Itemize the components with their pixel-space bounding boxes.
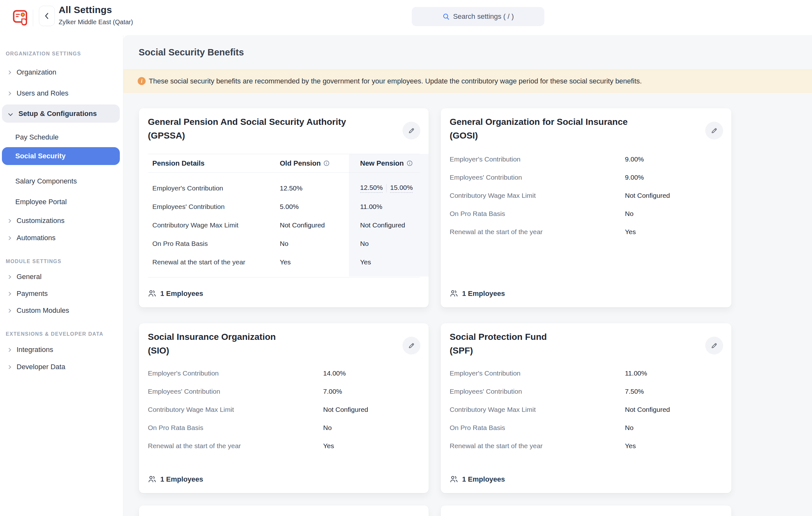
employees-count[interactable]: 1 Employees xyxy=(148,475,203,484)
settings-sidebar: ORGANIZATION SETTINGS Organization Users… xyxy=(0,35,123,516)
sidebar-item-users-and-roles[interactable]: Users and Roles xyxy=(0,87,120,100)
info-banner-text: These social security benefits are recom… xyxy=(149,77,642,85)
sidebar-item-setup-configurations[interactable]: Setup & Configurations xyxy=(2,104,120,123)
edit-sio-button[interactable] xyxy=(403,337,420,355)
sidebar-item-integrations[interactable]: Integrations xyxy=(0,343,120,356)
sidebar-item-social-security[interactable]: Social Security xyxy=(2,147,120,165)
two-users-icon xyxy=(450,475,458,484)
card-gpssa-title: General Pension And Social Security Auth… xyxy=(148,115,346,142)
value-separator xyxy=(386,184,386,192)
chevron-right-icon xyxy=(7,219,11,223)
page-title: Social Security Benefits xyxy=(139,47,244,58)
card-sio-title: Social Insurance Organization (SIO) xyxy=(148,330,276,357)
detail-row: Employer's Contribution 11.00% xyxy=(450,364,722,382)
chevron-right-icon xyxy=(7,365,11,369)
sidebar-item-pay-schedule[interactable]: Pay Schedule xyxy=(0,131,120,144)
sidebar-item-employee-portal[interactable]: Employee Portal xyxy=(0,195,120,208)
two-users-icon xyxy=(148,475,156,484)
pencil-icon xyxy=(408,342,415,350)
card-gosi: General Organization for Social Insuranc… xyxy=(441,108,731,307)
table-row: Contributory Wage Max Limit Not Configur… xyxy=(148,216,420,235)
new-pension-rate-a[interactable]: 12.50% xyxy=(360,184,383,193)
table-row: Renewal at the start of the year Yes Yes xyxy=(148,253,420,271)
section-organization-settings: ORGANIZATION SETTINGS xyxy=(6,51,120,57)
card-spf-title: Social Protection Fund (SPF) xyxy=(450,330,547,357)
chevron-right-icon xyxy=(7,275,11,279)
card-partial xyxy=(441,506,731,516)
new-pension-rate-b[interactable]: 15.00% xyxy=(390,184,413,193)
card-partial xyxy=(139,506,429,516)
table-row: Employer's Contribution 12.50% 12.50% 15… xyxy=(148,179,420,198)
info-banner: i These social security benefits are rec… xyxy=(123,69,812,93)
detail-row: Contributory Wage Max Limit Not Configur… xyxy=(450,186,722,205)
sidebar-item-automations[interactable]: Automations xyxy=(0,232,120,244)
sidebar-item-developer-data[interactable]: Developer Data xyxy=(0,361,120,373)
column-header-old-pension: Old Pension xyxy=(280,159,360,168)
detail-row: Renewal at the start of the year Yes xyxy=(450,437,722,455)
table-row: On Pro Rata Basis No No xyxy=(148,235,420,253)
detail-row: Contributory Wage Max Limit Not Configur… xyxy=(450,400,722,419)
organization-name: Zylker Middle East (Qatar) xyxy=(59,19,133,26)
two-users-icon xyxy=(450,289,458,298)
search-placeholder: Search settings ( / ) xyxy=(453,12,514,21)
detail-row: On Pro Rata Basis No xyxy=(450,205,722,223)
chevron-left-icon xyxy=(44,12,49,20)
page-header-title: All Settings xyxy=(59,4,112,15)
chevron-down-icon xyxy=(8,112,13,116)
detail-row: Employer's Contribution 14.00% xyxy=(148,364,420,382)
detail-row: Employees' Contribution 7.50% xyxy=(450,382,722,400)
pencil-icon xyxy=(710,342,718,350)
detail-row: Renewal at the start of the year Yes xyxy=(450,223,722,241)
card-spf: Social Protection Fund (SPF) Employer's … xyxy=(441,323,731,493)
column-header-pension-details: Pension Details xyxy=(148,159,280,168)
search-settings-input[interactable]: Search settings ( / ) xyxy=(412,7,544,26)
employees-count[interactable]: 1 Employees xyxy=(450,289,505,298)
chevron-right-icon xyxy=(7,70,11,74)
section-extensions-developer-data: EXTENSIONS & DEVELOPER DATA xyxy=(6,331,120,337)
detail-row: Contributory Wage Max Limit Not Configur… xyxy=(148,400,420,419)
info-icon: i xyxy=(138,77,146,85)
new-pension-dual-value: 12.50% 15.00% xyxy=(360,184,420,193)
sio-details: Employer's Contribution 14.00% Employees… xyxy=(148,364,420,455)
chevron-right-icon xyxy=(7,292,11,296)
table-header-row: Pension Details Old Pension New Pension xyxy=(148,154,420,173)
sidebar-item-payments[interactable]: Payments xyxy=(0,287,120,300)
sidebar-item-salary-components[interactable]: Salary Components xyxy=(0,175,120,188)
chevron-right-icon xyxy=(7,236,11,240)
detail-row: On Pro Rata Basis No xyxy=(450,419,722,437)
employees-count[interactable]: 1 Employees xyxy=(450,475,505,484)
card-sio: Social Insurance Organization (SIO) Empl… xyxy=(139,323,429,493)
detail-row: Employer's Contribution 9.00% xyxy=(450,150,722,168)
gpssa-pension-table: Pension Details Old Pension New Pension xyxy=(148,154,420,277)
edit-gpssa-button[interactable] xyxy=(403,122,420,140)
back-button[interactable] xyxy=(39,6,55,26)
two-users-icon xyxy=(148,289,156,298)
sidebar-item-general[interactable]: General xyxy=(0,270,120,283)
main-content: Social Security Benefits i These social … xyxy=(123,35,812,516)
employees-count[interactable]: 1 Employees xyxy=(148,289,203,298)
edit-gosi-button[interactable] xyxy=(705,122,723,140)
gosi-details: Employer's Contribution 9.00% Employees'… xyxy=(450,150,722,241)
chevron-right-icon xyxy=(7,309,11,313)
sidebar-item-customizations[interactable]: Customizations xyxy=(0,214,120,227)
sidebar-item-organization[interactable]: Organization xyxy=(0,66,120,79)
table-body: Employer's Contribution 12.50% 12.50% 15… xyxy=(148,173,420,277)
detail-row: Employees' Contribution 9.00% xyxy=(450,168,722,186)
spf-details: Employer's Contribution 11.00% Employees… xyxy=(450,364,722,455)
search-icon xyxy=(442,13,450,20)
payroll-logo-icon xyxy=(13,8,28,26)
info-outline-icon[interactable] xyxy=(407,160,413,166)
detail-row: Employees' Contribution 7.00% xyxy=(148,382,420,400)
header-divider xyxy=(33,9,33,26)
column-header-new-pension: New Pension xyxy=(360,159,420,168)
card-gosi-title: General Organization for Social Insuranc… xyxy=(450,115,628,142)
chevron-right-icon xyxy=(7,91,11,96)
edit-spf-button[interactable] xyxy=(705,337,723,355)
detail-row: On Pro Rata Basis No xyxy=(148,419,420,437)
info-outline-icon[interactable] xyxy=(323,160,329,166)
table-row: Employees' Contribution 5.00% 11.00% xyxy=(148,198,420,216)
pencil-icon xyxy=(408,127,415,134)
card-gpssa: General Pension And Social Security Auth… xyxy=(139,108,429,307)
sidebar-item-custom-modules[interactable]: Custom Modules xyxy=(0,304,120,317)
chevron-right-icon xyxy=(7,348,11,352)
